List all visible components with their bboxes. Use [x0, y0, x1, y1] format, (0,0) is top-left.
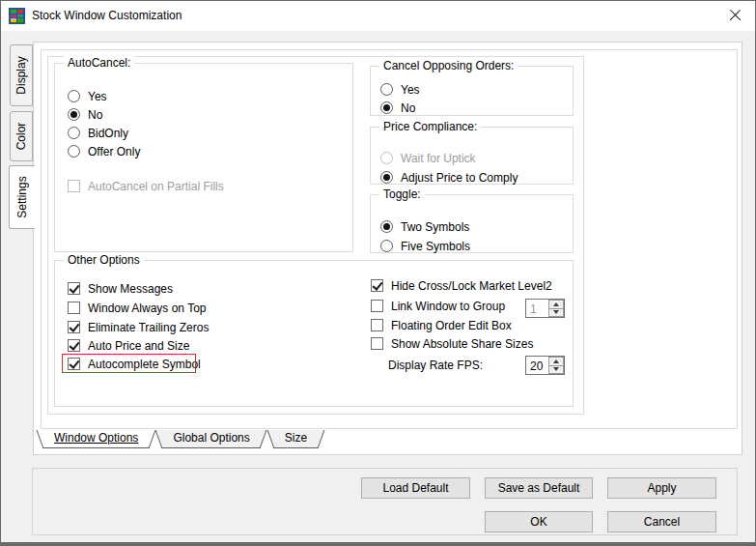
radio-cancel-opposing-yes[interactable]: Yes: [380, 82, 420, 97]
radio-label: Wait for Uptick: [401, 152, 476, 165]
app-icon-cell: [17, 10, 23, 14]
checkbox-checked-icon: [68, 321, 80, 333]
side-tab-settings[interactable]: Settings: [9, 165, 35, 229]
group-toggle-title: Toggle:: [379, 187, 425, 201]
spin-up-button[interactable]: [548, 300, 564, 308]
app-icon-cell: [17, 14, 23, 18]
checkbox-show-absolute-share-sizes[interactable]: Show Absolute Share Sizes: [371, 336, 533, 351]
checkbox-label: Hide Cross/Lock Market Level2: [391, 279, 552, 293]
checkbox-icon: [68, 180, 80, 192]
spin-down-button[interactable]: [548, 365, 564, 375]
checkbox-checked-icon: [68, 282, 80, 295]
side-tab-display[interactable]: Display: [10, 44, 33, 106]
group-autocancel-title: AutoCancel:: [64, 56, 134, 70]
tab-global-options-label: Global Options: [173, 431, 249, 445]
title-bar: Stock Window Customization: [1, 1, 755, 31]
dialog-window: Stock Window Customization Display Color…: [0, 0, 756, 546]
cancel-button[interactable]: Cancel: [607, 511, 716, 532]
radio-label: No: [88, 108, 102, 122]
radio-label: Adjust Price to Comply: [401, 171, 518, 185]
radio-label: Yes: [88, 90, 107, 103]
radio-autocancel-offeronly[interactable]: Offer Only: [68, 144, 140, 158]
side-tab-color[interactable]: Color: [10, 111, 33, 161]
label-text: Display Rate FPS:: [388, 359, 483, 372]
app-icon-cell: [11, 10, 16, 14]
tab-size-label: Size: [285, 431, 307, 445]
checkbox-icon: [68, 302, 80, 314]
apply-button[interactable]: Apply: [607, 477, 716, 499]
app-icon-cell: [11, 14, 16, 18]
radio-autocancel-no[interactable]: No: [68, 107, 102, 122]
radio-adjust-price-to-comply[interactable]: Adjust Price to Comply: [380, 170, 518, 185]
checkbox-autocancel-partial-fills: AutoCancel on Partial Fills: [68, 179, 224, 193]
link-group-spinner-value: 1: [526, 300, 548, 317]
checkbox-label: Auto Price and Size: [88, 339, 189, 353]
radio-label: Yes: [401, 83, 420, 97]
radio-label: Offer Only: [88, 145, 140, 158]
checkbox-hide-cross-lock-level2[interactable]: Hide Cross/Lock Market Level2: [371, 278, 552, 293]
checkbox-label: Link Window to Group: [391, 300, 505, 313]
group-cancel-opposing-title: Cancel Opposing Orders:: [379, 59, 518, 72]
triangle-up-icon: [553, 359, 559, 363]
checkbox-eliminate-trailing-zeros[interactable]: Eliminate Trailing Zeros: [68, 320, 209, 334]
checkbox-label: AutoCancel on Partial Fills: [88, 180, 224, 193]
radio-label: Five Symbols: [401, 240, 470, 253]
triangle-down-icon: [553, 310, 559, 314]
radio-autocancel-yes[interactable]: Yes: [68, 89, 107, 103]
group-other-options-title: Other Options: [64, 253, 144, 267]
checkbox-checked-icon: [68, 339, 80, 352]
radio-two-symbols[interactable]: Two Symbols: [380, 219, 469, 234]
app-icon-cell: [17, 18, 23, 22]
checkbox-checked-icon: [371, 279, 383, 292]
group-autocancel: AutoCancel: Yes No BidOnly Offer Only Au…: [54, 63, 353, 252]
tab-global-options[interactable]: Global Options: [158, 430, 264, 447]
tab-window-options-label: Window Options: [54, 431, 138, 445]
checkbox-icon: [371, 319, 383, 331]
radio-five-symbols[interactable]: Five Symbols: [380, 239, 470, 253]
checkbox-floating-order-edit-box[interactable]: Floating Order Edit Box: [371, 318, 512, 332]
close-icon[interactable]: [729, 9, 742, 22]
radio-cancel-opposing-no[interactable]: No: [380, 101, 415, 115]
display-rate-fps-value: 20: [526, 357, 548, 374]
app-icon: [9, 8, 25, 24]
window-title: Stock Window Customization: [32, 9, 182, 22]
radio-icon: [68, 127, 80, 139]
side-tab-settings-label: Settings: [15, 176, 29, 217]
triangle-down-icon: [553, 367, 559, 371]
radio-selected-icon: [380, 101, 393, 114]
link-group-spinner[interactable]: 1: [525, 299, 565, 318]
checkbox-label: Show Messages: [88, 282, 173, 296]
ok-button[interactable]: OK: [485, 511, 593, 532]
radio-icon: [380, 240, 393, 252]
autocomplete-highlight: [62, 354, 196, 373]
checkbox-window-always-on-top[interactable]: Window Always on Top: [68, 301, 207, 315]
group-price-compliance-title: Price Compliance:: [379, 120, 481, 133]
tab-window-options[interactable]: Window Options: [40, 430, 153, 447]
checkbox-label: Window Always on Top: [88, 302, 207, 315]
radio-icon: [68, 90, 80, 102]
radio-icon: [380, 83, 393, 96]
group-cancel-opposing: Cancel Opposing Orders: Yes No: [370, 66, 574, 116]
spin-down-button[interactable]: [548, 308, 564, 318]
save-as-default-button[interactable]: Save as Default: [485, 477, 593, 499]
radio-label: Two Symbols: [401, 220, 469, 234]
tab-size[interactable]: Size: [270, 430, 322, 447]
checkbox-auto-price-and-size[interactable]: Auto Price and Size: [68, 338, 189, 353]
spin-up-button[interactable]: [548, 357, 564, 365]
group-other-options: Other Options Show Messages Window Alway…: [54, 260, 574, 407]
triangle-up-icon: [553, 302, 559, 306]
radio-disabled-icon: [380, 152, 393, 164]
side-tab-color-label: Color: [14, 123, 28, 151]
checkbox-show-messages[interactable]: Show Messages: [68, 281, 173, 296]
group-price-compliance: Price Compliance: Wait for Uptick Adjust…: [370, 127, 574, 185]
checkbox-label: Floating Order Edit Box: [391, 319, 512, 332]
radio-selected-icon: [380, 171, 393, 184]
radio-selected-icon: [68, 108, 80, 121]
side-tab-display-label: Display: [14, 56, 28, 94]
checkbox-link-window-to-group[interactable]: Link Window to Group: [371, 299, 505, 313]
radio-autocancel-bidonly[interactable]: BidOnly: [68, 126, 128, 140]
display-rate-fps-spinner[interactable]: 20: [525, 356, 565, 375]
app-icon-cell: [11, 18, 16, 22]
load-default-button[interactable]: Load Default: [361, 477, 470, 499]
bottom-tab-bar: Window Options Global Options Size: [40, 430, 327, 448]
